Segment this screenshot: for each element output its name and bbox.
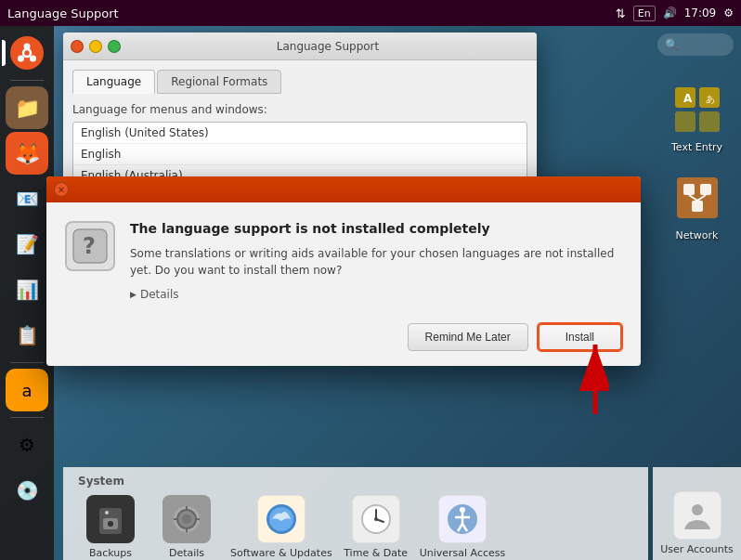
- settings-icon[interactable]: ⚙: [723, 7, 734, 20]
- language-section-label: Language for menus and windows:: [72, 103, 527, 116]
- dialog-body: ? The language support is not installed …: [46, 202, 641, 314]
- user-accounts-icon-img: [673, 491, 722, 540]
- volume-icon: 🔊: [663, 7, 677, 20]
- dialog-body-text: Some translations or writing aids availa…: [130, 245, 618, 279]
- svg-point-1: [18, 56, 24, 62]
- launcher-icon-writer[interactable]: 📝: [6, 223, 48, 266]
- time-display: 17:09: [684, 7, 717, 20]
- launcher-icon-firefox[interactable]: 🦊: [6, 132, 48, 175]
- tabs: Language Regional Formats: [72, 70, 527, 94]
- network-icon-img: [670, 170, 725, 226]
- details-label: Details: [169, 547, 204, 559]
- topbar: Language Support ⇅ En 🔊 17:09 ⚙: [0, 0, 741, 26]
- sys-icon-details[interactable]: Details: [154, 495, 219, 559]
- svg-rect-7: [699, 111, 720, 132]
- svg-rect-12: [700, 184, 711, 195]
- user-accounts-panel: User Accounts: [653, 467, 741, 560]
- svg-point-24: [105, 511, 109, 514]
- svg-rect-10: [677, 177, 718, 218]
- sort-icon: ⇅: [616, 7, 626, 20]
- language-support-dialog: ✕ ? The language support is not installe…: [46, 176, 641, 366]
- dialog-titlebar: ✕: [46, 176, 641, 202]
- window-title: Language Support: [126, 40, 529, 53]
- window-maximize-button[interactable]: [108, 40, 121, 53]
- backups-icon-img: [86, 495, 135, 543]
- lang-window-titlebar: Language Support: [63, 33, 537, 60]
- launcher-icon-ubuntu[interactable]: [6, 32, 48, 74]
- universal-access-label: Universal Access: [420, 547, 506, 559]
- launcher-icon-settings[interactable]: ⚙: [6, 423, 48, 466]
- svg-rect-6: [675, 111, 696, 132]
- sys-icon-backups[interactable]: Backups: [78, 495, 143, 559]
- topbar-title: Language Support: [7, 7, 119, 20]
- install-button[interactable]: Install: [538, 323, 622, 351]
- backups-label: Backups: [89, 547, 132, 559]
- dialog-text: The language support is not installed co…: [130, 221, 618, 301]
- svg-rect-13: [692, 201, 703, 212]
- dialog-close-button[interactable]: ✕: [54, 182, 69, 197]
- dialog-buttons: Remind Me Later Install: [46, 314, 641, 366]
- panel-icon-text-entry[interactable]: A あ Text Entry: [670, 82, 725, 153]
- launcher-icon-impress[interactable]: 📋: [6, 314, 48, 357]
- ubuntu-logo-icon: [10, 36, 44, 70]
- tab-language[interactable]: Language: [72, 70, 155, 94]
- desktop: Language Support ⇅ En 🔊 17:09 ⚙ 📁: [0, 0, 741, 560]
- launcher-icon-calc[interactable]: 📊: [6, 268, 48, 311]
- details-icon-img: [162, 495, 211, 543]
- window-minimize-button[interactable]: [89, 40, 102, 53]
- network-label: Network: [676, 229, 719, 241]
- svg-rect-23: [109, 522, 112, 527]
- svg-text:?: ?: [83, 233, 96, 259]
- svg-rect-11: [683, 184, 695, 195]
- sys-icon-time-date[interactable]: Time & Date: [344, 495, 409, 559]
- svg-text:A: A: [683, 92, 693, 105]
- svg-point-2: [30, 56, 36, 62]
- topbar-left: Language Support: [7, 7, 119, 20]
- remind-later-button[interactable]: Remind Me Later: [408, 323, 528, 351]
- lang-item-en[interactable]: English: [73, 144, 526, 165]
- lang-item-en-us[interactable]: English (United States): [73, 123, 526, 144]
- svg-point-27: [182, 514, 191, 524]
- launcher-icon-files[interactable]: 📁: [6, 86, 48, 129]
- launcher-divider-3: [10, 417, 44, 418]
- svg-point-39: [460, 507, 465, 513]
- dialog-heading: The language support is not installed co…: [130, 221, 618, 236]
- text-entry-label: Text Entry: [671, 141, 722, 153]
- topbar-right: ⇅ En 🔊 17:09 ⚙: [616, 6, 734, 21]
- system-icons-row: Backups Details: [78, 495, 633, 559]
- text-entry-icon-img: A あ: [670, 82, 725, 137]
- system-section-label: System: [78, 475, 633, 488]
- details-link[interactable]: Details: [130, 288, 618, 301]
- svg-point-44: [692, 504, 703, 515]
- launcher-divider-2: [10, 362, 44, 363]
- dialog-warning-icon: ?: [65, 221, 115, 271]
- svg-text:あ: あ: [706, 94, 715, 104]
- launcher-icon-dvd[interactable]: 💿: [6, 469, 48, 512]
- svg-point-3: [23, 49, 31, 57]
- panel-icon-network[interactable]: Network: [670, 170, 725, 241]
- time-date-icon-img: [352, 495, 400, 543]
- launcher-icon-thunderbird[interactable]: 📧: [6, 177, 48, 220]
- software-updates-icon-img: [257, 495, 306, 543]
- sys-icon-universal-access[interactable]: Universal Access: [420, 495, 506, 559]
- software-updates-label: Software & Updates: [230, 547, 332, 559]
- tab-regional-formats[interactable]: Regional Formats: [157, 70, 281, 94]
- lang-indicator[interactable]: En: [633, 6, 656, 21]
- launcher-divider: [10, 80, 44, 81]
- window-close-button[interactable]: [71, 40, 84, 53]
- time-date-label: Time & Date: [344, 547, 408, 559]
- launcher-icon-amazon[interactable]: a: [6, 369, 48, 411]
- svg-point-37: [374, 517, 378, 521]
- user-accounts-label: User Accounts: [660, 543, 734, 555]
- sys-icon-software-updates[interactable]: Software & Updates: [230, 495, 332, 559]
- universal-access-icon-img: [438, 495, 487, 543]
- system-icons-panel: System Backups: [63, 467, 648, 560]
- sys-icon-user-accounts[interactable]: User Accounts: [660, 491, 734, 555]
